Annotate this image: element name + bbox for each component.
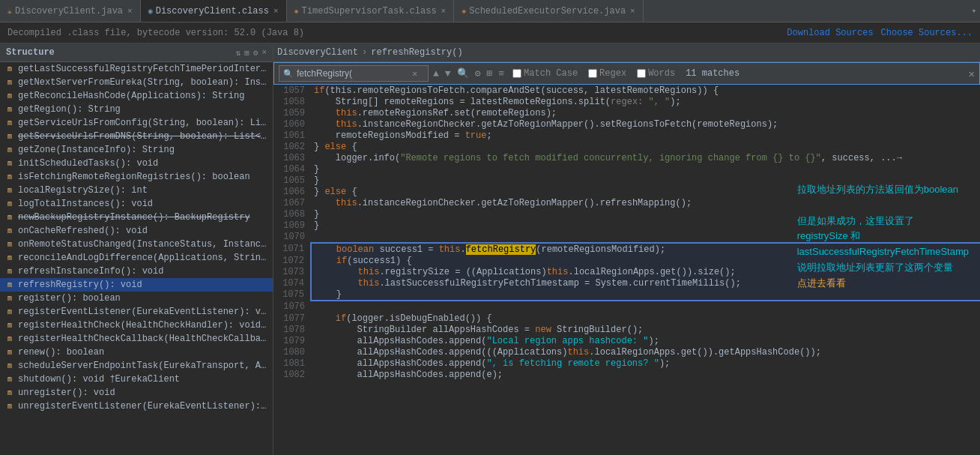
annotation-line2: 但是如果成功，这里设置了 xyxy=(797,214,969,229)
item-label: getServiceUrlsFromDNS(String, boolean): … xyxy=(18,131,268,142)
code-line-1058: 1058 String[] remoteRegions = latestRemo… xyxy=(273,96,980,107)
list-item[interactable]: m renew(): boolean xyxy=(0,346,273,359)
tab-close[interactable]: × xyxy=(127,7,133,16)
breadcrumb-sep: › xyxy=(362,47,367,58)
list-item[interactable]: m reconcileAndLogDifference(Applications… xyxy=(0,251,273,265)
words-checkbox[interactable] xyxy=(637,69,646,78)
list-item[interactable]: m unregisterEventListener(EurekaEventLis… xyxy=(0,400,273,413)
line-number: 1065 xyxy=(273,175,311,186)
expand-icon[interactable]: ⊞ xyxy=(244,48,249,58)
item-label: getZone(InstanceInfo): String xyxy=(18,145,175,155)
code-line-1063: 1063 logger.info("Remote regions to fetc… xyxy=(273,152,980,163)
search-magnifier-icon: 🔍 xyxy=(283,69,294,79)
tab-close[interactable]: × xyxy=(273,7,279,16)
list-item[interactable]: m getLastSuccessfulRegistryFetchTimePeri… xyxy=(0,62,273,76)
choose-sources-link[interactable]: Choose Sources... xyxy=(881,28,973,38)
list-item[interactable]: m isFetchingRemoteRegionRegistries(): bo… xyxy=(0,170,273,184)
list-item[interactable]: m getRegion(): String xyxy=(0,103,273,116)
words-option[interactable]: Words xyxy=(633,68,679,79)
method-icon: m xyxy=(4,334,15,344)
tab-discovery-java[interactable]: ☕ DiscoveryClient.java × xyxy=(0,0,141,22)
list-item[interactable]: m refreshInstanceInfo(): void xyxy=(0,265,273,278)
breadcrumb-method[interactable]: refreshRegistry() xyxy=(371,47,462,58)
line-content: allAppsHashCodes.append("Local region ap… xyxy=(311,335,980,346)
item-label: registerEventListener(EurekaEventListene… xyxy=(18,307,268,317)
search-options-icon[interactable]: ⚙ xyxy=(474,67,483,79)
close-structure-icon[interactable]: × xyxy=(261,48,267,58)
method-icon: m xyxy=(4,361,15,371)
tab-close[interactable]: × xyxy=(630,7,635,16)
tab-close[interactable]: × xyxy=(441,7,447,16)
search-next-button[interactable]: ▼ xyxy=(444,68,453,79)
line-number: 1073 xyxy=(273,266,311,277)
search-input[interactable] xyxy=(297,68,409,79)
list-item[interactable]: m localRegistrySize(): int xyxy=(0,184,273,197)
list-item[interactable]: m onCacheRefreshed(): void xyxy=(0,224,273,238)
method-icon: m xyxy=(4,293,15,304)
line-content xyxy=(311,301,980,313)
editor-area: Structure ⇅ ⊞ ⚙ × m getLastSuccessfulReg… xyxy=(0,43,980,455)
method-icon: m xyxy=(4,185,15,196)
download-sources-link[interactable]: Download Sources xyxy=(787,28,873,38)
method-icon: m xyxy=(4,374,15,385)
list-item[interactable]: m getZone(InstanceInfo): String xyxy=(0,143,273,157)
sort-alpha-icon[interactable]: ⇅ xyxy=(236,48,241,58)
tab-discovery-class[interactable]: ◉ DiscoveryClient.class × xyxy=(141,0,287,22)
item-label: getServiceUrlsFromConfig(String, boolean… xyxy=(18,118,268,128)
search-prev-button[interactable]: ▲ xyxy=(432,68,441,79)
tab-scheduled-java[interactable]: ◈ ScheduledExecutorService.java × xyxy=(454,0,643,22)
line-content: this.instanceRegionChecker.getAzToRegion… xyxy=(311,118,980,130)
list-item[interactable]: m getServiceUrlsFromConfig(String, boole… xyxy=(0,116,273,130)
tab-timed-class[interactable]: ◈ TimedSupervisorTask.class × xyxy=(287,0,455,22)
annotation-line1: 拉取地址列表的方法返回值为boolean xyxy=(797,182,969,198)
item-label: registerHealthCheck(HealthCheckHandler):… xyxy=(18,320,268,331)
line-number: 1063 xyxy=(273,152,311,163)
search-find-icon[interactable]: 🔍 xyxy=(456,67,471,79)
match-case-checkbox[interactable] xyxy=(512,69,521,78)
search-close-button[interactable]: ✕ xyxy=(969,67,975,80)
line-content: } xyxy=(311,163,980,175)
list-item[interactable]: m initScheduledTasks(): void xyxy=(0,157,273,170)
list-item[interactable]: m onRemoteStatusChanged(InstanceStatus, … xyxy=(0,238,273,251)
list-item[interactable]: m unregister(): void xyxy=(0,386,273,400)
search-clear-button[interactable]: ✕ xyxy=(412,68,417,79)
item-label: getRegion(): String xyxy=(18,104,121,115)
breadcrumb-discovery[interactable]: DiscoveryClient xyxy=(277,47,358,58)
line-number: 1066 xyxy=(273,186,311,197)
search-multiline-icon[interactable]: ≡ xyxy=(497,68,506,79)
tab-overflow[interactable]: ▾ xyxy=(971,6,976,16)
list-item[interactable]: m logTotalInstances(): void xyxy=(0,197,273,211)
code-line-1057: 1057 if(this.remoteRegionsToFetch.compar… xyxy=(273,85,980,96)
annotation-line3: registrySize 和 xyxy=(797,229,969,244)
list-item[interactable]: m scheduleServerEndpointTask(EurekaTrans… xyxy=(0,359,273,373)
match-case-option[interactable]: Match Case xyxy=(509,68,581,79)
search-filter-icon[interactable]: ⊞ xyxy=(485,67,494,79)
list-item[interactable]: m getServiceUrlsFromDNS(String, boolean)… xyxy=(0,130,273,143)
search-input-wrap: 🔍 ✕ xyxy=(279,65,429,82)
list-item[interactable]: m newBackupRegistryInstance(): BackupReg… xyxy=(0,211,273,224)
list-item-selected[interactable]: m refreshRegistry(): void xyxy=(0,278,273,292)
line-number: 1060 xyxy=(273,118,311,130)
item-label: shutdown(): void †EurekaClient xyxy=(18,374,180,385)
line-content: if(this.remoteRegionsToFetch.compareAndS… xyxy=(311,85,980,96)
annotation-link[interactable]: 点进去看看 xyxy=(797,276,969,292)
line-content: if(logger.isDebugEnabled()) { xyxy=(311,313,980,324)
line-content: StringBuilder allAppsHashCodes = new Str… xyxy=(311,324,980,335)
list-item[interactable]: m getNextServerFromEureka(String, boolea… xyxy=(0,76,273,89)
line-number: 1070 xyxy=(273,231,311,243)
settings-icon[interactable]: ⚙ xyxy=(253,48,258,58)
item-label: register(): boolean xyxy=(18,293,121,304)
code-area[interactable]: 1057 if(this.remoteRegionsToFetch.compar… xyxy=(273,85,980,455)
list-item[interactable]: m shutdown(): void †EurekaClient xyxy=(0,373,273,386)
list-item[interactable]: m getReconcileHashCode(Applications): St… xyxy=(0,89,273,103)
list-item[interactable]: m registerHealthCheck(HealthCheckHandler… xyxy=(0,319,273,332)
regex-checkbox[interactable] xyxy=(588,69,597,78)
list-item[interactable]: m registerEventListener(EurekaEventListe… xyxy=(0,305,273,319)
list-item[interactable]: m register(): boolean xyxy=(0,292,273,305)
list-item[interactable]: m registerHealthCheckCallback(HealthChec… xyxy=(0,332,273,346)
line-number: 1058 xyxy=(273,96,311,107)
method-icon: m xyxy=(4,253,15,263)
item-label: getLastSuccessfulRegistryFetchTimePeriod… xyxy=(18,64,268,74)
regex-option[interactable]: Regex xyxy=(584,68,630,79)
structure-title: Structure xyxy=(6,47,55,58)
